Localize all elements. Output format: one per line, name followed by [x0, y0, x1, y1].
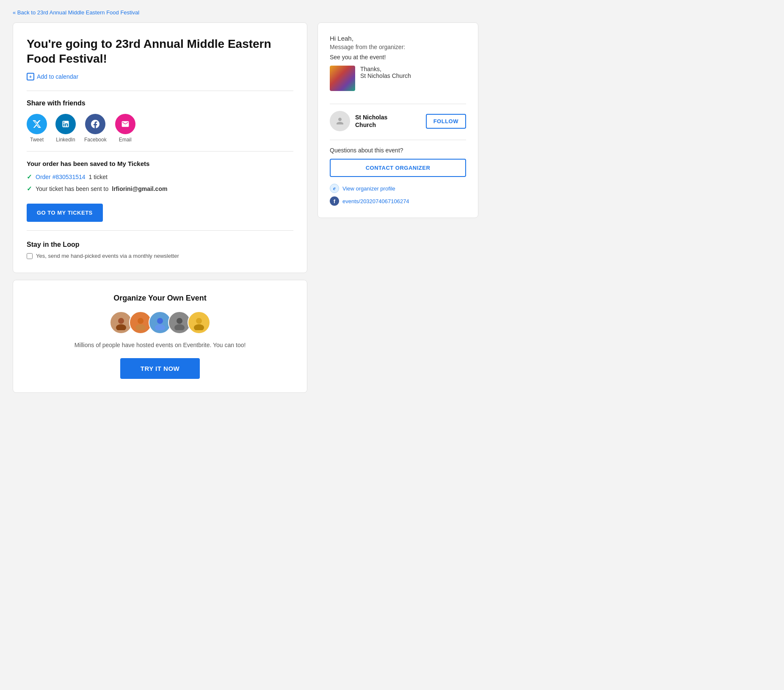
linkedin-icon [55, 114, 76, 134]
organizer-panel: Hi Leah, Message from the organizer: See… [317, 22, 478, 218]
order-link[interactable]: Order #830531514 [36, 174, 86, 180]
view-organizer-profile-link[interactable]: e View organizer profile [330, 184, 466, 193]
facebook-organizer-icon: f [330, 196, 339, 206]
linkedin-label: LinkedIn [56, 137, 75, 143]
svg-point-3 [135, 324, 146, 330]
confirmation-title: You're going to 23rd Annual Middle Easte… [27, 36, 293, 66]
add-to-calendar-link[interactable]: + Add to calendar [27, 73, 293, 80]
newsletter-label-text: Yes, send me hand-picked events via a mo… [36, 253, 179, 259]
newsletter-checkbox[interactable] [27, 253, 33, 259]
organizer-message-label: Message from the organizer: [330, 44, 466, 50]
linkedin-share[interactable]: LinkedIn [55, 114, 76, 143]
organizer-message-text: See you at the event! [330, 54, 466, 61]
svg-point-9 [194, 324, 204, 330]
ticket-email: lrfiorini@gmail.com [112, 185, 167, 192]
questions-label: Questions about this event? [330, 147, 466, 154]
organizer-thanks-text: Thanks, St Nicholas Church [360, 66, 411, 79]
svg-point-8 [196, 318, 202, 324]
svg-point-5 [155, 324, 165, 330]
avatar-row [27, 311, 293, 334]
facebook-label: Facebook [84, 137, 107, 143]
order-section: Your order has been saved to My Tickets … [27, 160, 293, 222]
share-section: Share with friends Tweet LinkedIn [27, 99, 293, 143]
order-check-1: ✓ Order #830531514 1 ticket [27, 173, 293, 181]
share-title: Share with friends [27, 99, 293, 107]
order-title: Your order has been saved to My Tickets [27, 160, 293, 167]
organizer-avatar [330, 111, 350, 131]
facebook-share[interactable]: Facebook [84, 114, 107, 143]
calendar-icon: + [27, 73, 34, 80]
organizer-links: e View organizer profile f events/203207… [330, 184, 466, 206]
svg-point-1 [116, 324, 126, 330]
twitter-icon [27, 114, 47, 134]
contact-organizer-button[interactable]: CONTACT ORGANIZER [330, 159, 466, 177]
svg-point-6 [177, 318, 182, 324]
organize-description: Millions of people have hosted events on… [27, 341, 293, 350]
stay-in-loop-section: Stay in the Loop Yes, send me hand-picke… [27, 241, 293, 259]
organizer-divider-2 [330, 140, 466, 140]
email-icon [115, 114, 135, 134]
newsletter-checkbox-label[interactable]: Yes, send me hand-picked events via a mo… [27, 253, 293, 259]
twitter-label: Tweet [30, 137, 44, 143]
go-to-tickets-button[interactable]: GO TO MY TICKETS [27, 204, 103, 222]
organizer-name: St NicholasChurch [355, 113, 421, 129]
organize-card: Organize Your Own Event Millions of [13, 280, 307, 393]
organizer-greeting: Hi Leah, [330, 35, 466, 42]
stay-loop-title: Stay in the Loop [27, 241, 293, 248]
checkmark-icon-1: ✓ [27, 173, 32, 181]
svg-point-2 [138, 318, 144, 324]
loop-divider [27, 230, 293, 231]
organizer-divider-1 [330, 104, 466, 104]
organizer-thanks-block: Thanks, St Nicholas Church [330, 66, 466, 95]
svg-point-4 [157, 318, 163, 324]
svg-point-7 [174, 324, 185, 330]
checkmark-icon-2: ✓ [27, 185, 32, 193]
back-link[interactable]: « Back to 23rd Annual Middle Eastern Foo… [13, 9, 139, 16]
email-label: Email [119, 137, 132, 143]
email-share[interactable]: Email [115, 114, 135, 143]
follow-button[interactable]: FOLLOW [426, 114, 466, 129]
organize-title: Organize Your Own Event [27, 294, 293, 303]
facebook-events-label: events/2032074067106274 [342, 198, 409, 204]
eventbrite-icon: e [330, 184, 339, 193]
social-buttons-row: Tweet LinkedIn Facebook [27, 114, 293, 143]
section-divider [27, 91, 293, 91]
view-profile-label: View organizer profile [342, 185, 395, 192]
organizer-name-block: St NicholasChurch [355, 113, 421, 129]
svg-point-0 [118, 318, 124, 324]
order-ticket-count: 1 ticket [89, 174, 108, 180]
avatar-5 [188, 311, 210, 334]
facebook-organizer-link[interactable]: f events/2032074067106274 [330, 196, 466, 206]
confirmation-card: You're going to 23rd Annual Middle Easte… [13, 22, 307, 273]
facebook-icon [85, 114, 105, 134]
event-thumbnail [330, 66, 355, 91]
order-divider [27, 151, 293, 152]
try-it-now-button[interactable]: TRY IT NOW [120, 358, 200, 379]
order-check-2: ✓ Your ticket has been sent to lrfiorini… [27, 185, 293, 193]
organizer-follow-row: St NicholasChurch FOLLOW [330, 111, 466, 131]
twitter-share[interactable]: Tweet [27, 114, 47, 143]
ticket-sent-text: Your ticket has been sent to [36, 185, 108, 192]
